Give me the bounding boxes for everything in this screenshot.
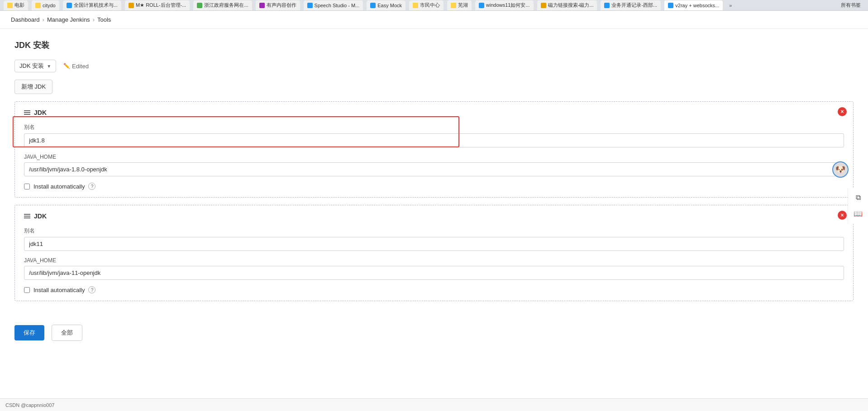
tab-business-label: 业务开通记录-西部... (611, 2, 657, 9)
tab-dianying-icon (7, 3, 13, 8)
tab-speech[interactable]: Speech Studio - M... (304, 0, 363, 10)
alias-input-1[interactable] (24, 133, 844, 147)
copy-icon[interactable]: ⧉ (852, 191, 864, 204)
breadcrumb-tools: Tools (97, 16, 111, 23)
section-header: JDK 安装 ▼ ✏️ Edited (14, 60, 854, 72)
jdk-card-2-header: JDK (24, 213, 844, 220)
cancel-button[interactable]: 全部 (52, 325, 82, 341)
jdk-card-1-title: JDK (34, 109, 47, 116)
page-title: JDK 安装 (14, 40, 854, 51)
edited-label: Edited (72, 63, 89, 70)
breadcrumb: Dashboard › Manage Jenkins › Tools (0, 11, 868, 29)
breadcrumb-sep-1: › (43, 16, 44, 23)
tab-citydo[interactable]: citydo (32, 0, 59, 10)
tab-wuhu-icon (451, 3, 456, 8)
java-home-input-1[interactable] (24, 162, 844, 176)
tab-v2ray[interactable]: v2ray + websocks... (664, 0, 723, 10)
install-auto-row-2: Install automatically ? (24, 286, 844, 293)
bottom-bar-text: CSDN @cappnnio007 (5, 402, 54, 408)
install-auto-label-2: Install automatically (33, 287, 85, 293)
alias-group-1: 别名 (24, 123, 844, 147)
jdk-card-2-title: JDK (34, 213, 47, 220)
tab-zhejiang[interactable]: 浙江政府服务网在... (193, 0, 252, 10)
java-home-label-2: JAVA_HOME (24, 257, 844, 264)
close-jdk-2-button[interactable]: × (838, 211, 847, 220)
alias-group-2: 别名 (24, 227, 844, 251)
tab-citydo-label: citydo (43, 3, 56, 8)
bottom-bar: CSDN @cappnnio007 (0, 398, 868, 411)
install-auto-row-1: Install automatically ? (24, 183, 844, 190)
drag-handle-icon-1[interactable] (24, 110, 30, 115)
alias-label-1: 别名 (24, 123, 844, 131)
java-home-group-2: JAVA_HOME (24, 257, 844, 280)
alias-label-2: 别名 (24, 227, 844, 235)
tab-wuhu[interactable]: 芜湖 (447, 0, 472, 10)
browser-tabbar: 电影 citydo 全国计算机技术与... M★ ROLL-后台管理-... 浙… (0, 0, 868, 11)
save-button[interactable]: 保存 (14, 325, 44, 340)
tab-dianying[interactable]: 电影 (4, 0, 28, 10)
breadcrumb-manage-jenkins[interactable]: Manage Jenkins (47, 16, 90, 23)
tab-magnetic[interactable]: 磁力链接搜索-磁力... (537, 0, 597, 10)
tab-audio-icon (259, 3, 265, 8)
edit-pencil-icon: ✏️ (63, 63, 70, 69)
tab-zhejiang-icon (197, 3, 202, 8)
install-auto-checkbox-2[interactable] (24, 287, 30, 293)
tab-win11[interactable]: windows11如何安... (475, 0, 534, 10)
bottom-buttons: 保存 全部 (0, 319, 868, 346)
drag-handle-icon-2[interactable] (24, 214, 30, 218)
tab-magnetic-label: 磁力链接搜索-磁力... (548, 2, 594, 9)
alias-input-2[interactable] (24, 237, 844, 251)
page-wrapper: Dashboard › Manage Jenkins › Tools JDK 安… (0, 11, 868, 411)
tab-more[interactable]: » (726, 2, 734, 9)
tab-speech-label: Speech Studio - M... (315, 3, 360, 8)
install-auto-checkbox-1[interactable] (24, 184, 30, 189)
chevron-down-icon: ▼ (47, 64, 51, 69)
tab-audio-label: 有声内容创作 (267, 2, 296, 9)
add-jdk-button[interactable]: 新增 JDK (14, 80, 52, 94)
tab-win11-icon (479, 3, 484, 8)
section-dropdown[interactable]: JDK 安装 ▼ (14, 60, 56, 72)
tab-wuhu-label: 芜湖 (458, 2, 468, 9)
tab-citydo-icon (35, 3, 41, 8)
tab-computer-icon (67, 3, 72, 8)
tab-computer[interactable]: 全国计算机技术与... (63, 0, 121, 10)
tab-speech-icon (307, 3, 313, 8)
tab-business[interactable]: 业务开通记录-西部... (601, 0, 661, 10)
install-auto-label-1: Install automatically (33, 183, 85, 190)
java-home-input-2[interactable] (24, 266, 844, 280)
section-dropdown-label: JDK 安装 (19, 62, 44, 70)
breadcrumb-sep-2: › (93, 16, 95, 23)
jdk-card-2: JDK × 别名 JAVA_HOME Install automatically… (14, 205, 854, 301)
tab-civic[interactable]: 市民中心 (409, 0, 444, 10)
tab-easymock-icon (370, 3, 376, 8)
avatar: 🐶 (832, 161, 849, 178)
tab-win11-label: windows11如何安... (486, 2, 530, 9)
tab-roll[interactable]: M★ ROLL-后台管理-... (125, 0, 190, 10)
right-sidebar: ⧉ 📖 (848, 188, 868, 224)
tab-civic-icon (413, 3, 418, 8)
tab-easymock-label: Easy Mock (377, 3, 402, 8)
book-icon[interactable]: 📖 (852, 208, 864, 220)
main-content: JDK 安装 JDK 安装 ▼ ✏️ Edited 新增 JDK JDK × (0, 29, 868, 319)
tab-easymock[interactable]: Easy Mock (367, 0, 405, 10)
tab-audio[interactable]: 有声内容创作 (256, 0, 300, 10)
tab-v2ray-icon (668, 3, 673, 8)
tab-business-icon (604, 3, 610, 8)
help-icon-2[interactable]: ? (88, 286, 95, 293)
tab-civic-label: 市民中心 (420, 2, 440, 9)
tab-roll-icon (129, 3, 134, 8)
jdk-card-1: JDK × 别名 JAVA_HOME 🐶 Install automatical… (14, 101, 854, 198)
tab-allbooks[interactable]: 所有书签 (837, 1, 864, 9)
tab-magnetic-icon (541, 3, 546, 8)
help-icon-1[interactable]: ? (88, 183, 95, 190)
jdk-card-1-header: JDK (24, 109, 844, 116)
breadcrumb-dashboard[interactable]: Dashboard (11, 16, 40, 23)
java-home-group-1: JAVA_HOME 🐶 (24, 154, 844, 176)
tab-dianying-label: 电影 (14, 2, 24, 9)
close-jdk-1-button[interactable]: × (838, 107, 847, 116)
tab-v2ray-label: v2ray + websocks... (675, 3, 719, 8)
tab-computer-label: 全国计算机技术与... (74, 2, 118, 9)
tab-roll-label: M★ ROLL-后台管理-... (136, 2, 186, 9)
tab-zhejiang-label: 浙江政府服务网在... (204, 2, 248, 9)
java-home-label-1: JAVA_HOME (24, 154, 844, 160)
